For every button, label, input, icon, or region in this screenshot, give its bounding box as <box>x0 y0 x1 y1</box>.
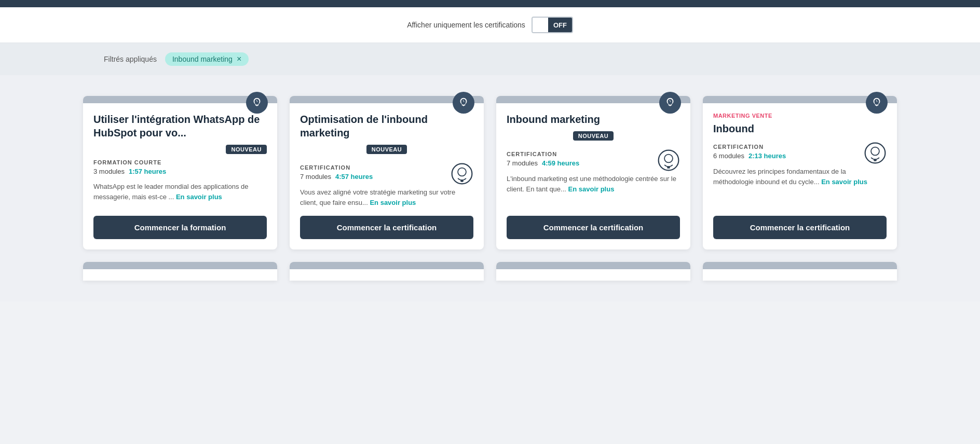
card-cta-1[interactable]: Commencer la formation <box>93 216 267 239</box>
cert-icon-3 <box>657 149 680 174</box>
card-icon-badge-4 <box>866 92 888 114</box>
partial-card-1 <box>83 262 277 281</box>
card-body-4: MARKETING VENTE Inbound CERTIFICATION 6 … <box>703 103 897 249</box>
svg-point-7 <box>871 147 879 156</box>
card-meta-4: 6 modules 2:13 heures <box>713 152 786 160</box>
svg-rect-5 <box>667 166 670 168</box>
card-modules-2: 7 modules <box>300 173 331 181</box>
course-card-1: Utiliser l'intégration WhatsApp de HubSp… <box>83 96 277 249</box>
card-desc-1: WhatsApp est le leader mondial des appli… <box>93 182 267 207</box>
lightbulb-icon-4 <box>871 97 882 108</box>
en-savoir-plus-1[interactable]: En savoir plus <box>176 193 222 201</box>
card-modules-3: 7 modules <box>507 159 538 167</box>
card-time-4: 2:13 heures <box>748 152 786 160</box>
filter-tag-text: Inbound marketing <box>172 55 233 63</box>
svg-point-4 <box>664 155 673 163</box>
toggle-state-label: OFF <box>548 18 572 32</box>
nouveau-badge-3: NOUVEAU <box>573 131 614 141</box>
card-cta-2[interactable]: Commencer la certification <box>300 216 473 239</box>
card-icon-badge-3 <box>659 92 681 114</box>
en-savoir-plus-4[interactable]: En savoir plus <box>821 178 867 186</box>
partial-card-3 <box>496 262 690 281</box>
toggle-label: Afficher uniquement les certifications <box>407 21 525 29</box>
certification-toggle-bar: Afficher uniquement les certifications O… <box>0 7 980 43</box>
svg-rect-8 <box>874 159 876 161</box>
top-bar <box>0 0 980 7</box>
course-card-2: Optimisation de l'inbound marketing NOUV… <box>290 96 484 249</box>
partial-card-2 <box>290 262 484 281</box>
course-card-3: Inbound marketing NOUVEAU CERTIFICATION … <box>496 96 690 249</box>
svg-rect-2 <box>460 179 463 182</box>
card-title-4: Inbound <box>713 122 887 135</box>
filter-tag-inbound-marketing[interactable]: Inbound marketing × <box>165 52 249 66</box>
lightbulb-icon-2 <box>458 97 469 108</box>
card-title-1: Utiliser l'intégration WhatsApp de HubSp… <box>93 113 267 140</box>
card-meta-2: 7 modules 4:57 heures <box>300 173 373 181</box>
card-desc-3: L'inbound marketing est une méthodologie… <box>507 174 680 207</box>
card-modules-4: 6 modules <box>713 152 744 160</box>
card-icon-badge-2 <box>453 92 474 114</box>
lightbulb-icon <box>251 97 263 108</box>
card-type-3: CERTIFICATION <box>507 151 579 157</box>
card-body-2: Optimisation de l'inbound marketing NOUV… <box>290 103 484 249</box>
cert-icon-2 <box>451 162 473 187</box>
nouveau-badge-2: NOUVEAU <box>366 145 407 154</box>
card-time-3: 4:59 heures <box>542 159 579 167</box>
card-time-1: 1:57 heures <box>129 168 166 175</box>
partial-cards-row <box>83 262 897 281</box>
card-meta-1: 3 modules 1:57 heures <box>93 168 267 175</box>
card-icon-badge-1 <box>246 92 268 114</box>
course-card-4: MARKETING VENTE Inbound CERTIFICATION 6 … <box>703 96 897 249</box>
filter-bar: Filtrés appliqués Inbound marketing × <box>0 43 980 75</box>
nouveau-badge-1: NOUVEAU <box>226 145 267 154</box>
partial-card-4 <box>703 262 897 281</box>
card-desc-2: Vous avez aligné votre stratégie marketi… <box>300 187 473 207</box>
card-title-2: Optimisation de l'inbound marketing <box>300 113 473 140</box>
card-meta-3: 7 modules 4:59 heures <box>507 159 579 167</box>
en-savoir-plus-3[interactable]: En savoir plus <box>568 185 615 193</box>
card-category-4: MARKETING VENTE <box>713 113 887 119</box>
card-cta-3[interactable]: Commencer la certification <box>507 216 680 239</box>
card-body-1: Utiliser l'intégration WhatsApp de HubSp… <box>83 103 277 249</box>
cards-section: Utiliser l'intégration WhatsApp de HubSp… <box>0 75 980 301</box>
card-type-2: CERTIFICATION <box>300 164 373 171</box>
cert-icon-4 <box>864 142 887 166</box>
certification-toggle[interactable]: OFF <box>532 17 573 33</box>
card-modules-1: 3 modules <box>93 168 125 175</box>
card-cta-4[interactable]: Commencer la certification <box>713 216 887 239</box>
svg-point-1 <box>458 168 466 176</box>
card-desc-4: Découvrez les principes fondamentaux de … <box>713 166 887 207</box>
filter-bar-label: Filtrés appliqués <box>104 55 157 63</box>
filter-tag-close-icon[interactable]: × <box>237 55 241 63</box>
card-type-1: FORMATION COURTE <box>93 159 267 165</box>
en-savoir-plus-2[interactable]: En savoir plus <box>370 199 416 206</box>
lightbulb-icon-3 <box>664 97 676 108</box>
cards-grid: Utiliser l'intégration WhatsApp de HubSp… <box>83 96 897 249</box>
card-type-4: CERTIFICATION <box>713 144 786 150</box>
card-body-3: Inbound marketing NOUVEAU CERTIFICATION … <box>496 103 690 249</box>
card-title-3: Inbound marketing <box>507 113 680 126</box>
toggle-off-box <box>533 18 548 32</box>
card-time-2: 4:57 heures <box>335 173 373 181</box>
